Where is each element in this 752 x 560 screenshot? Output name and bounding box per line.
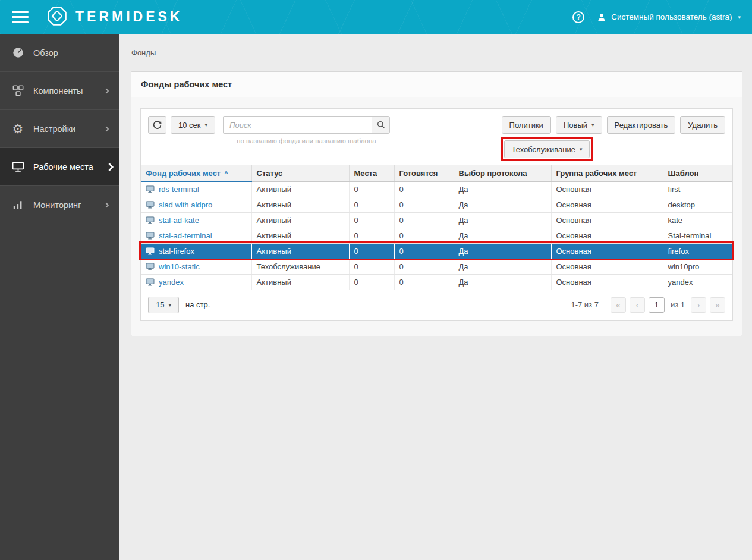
dashboard-icon <box>11 46 25 60</box>
pool-monitor-icon <box>146 247 155 255</box>
sidebar-item-label: Обзор <box>33 48 58 58</box>
table-container: 10 сек ▾ <box>140 108 733 321</box>
pool-monitor-icon <box>146 263 155 270</box>
column-header-template[interactable]: Шаблон <box>663 165 732 181</box>
toolbar-right: Политики Новый ▾ Редактировать <box>502 116 725 158</box>
sidebar: Обзор Компоненты ⚙ Настройки <box>0 34 119 560</box>
pool-name-link[interactable]: stal-ad-kate <box>159 216 199 225</box>
table-row[interactable]: stal-ad-terminal Активный 0 0 Да Основна… <box>141 228 732 243</box>
prev-page-button[interactable]: ‹ <box>630 297 645 313</box>
sidebar-item-label: Настройки <box>33 124 75 134</box>
pool-name-link[interactable]: stal-ad-terminal <box>159 231 212 240</box>
sidebar-item-components[interactable]: Компоненты <box>0 72 119 110</box>
brand-text: TERMIDESK <box>75 9 183 25</box>
column-header-preparing[interactable]: Готовятся <box>394 165 454 181</box>
help-icon[interactable]: ? <box>572 11 584 23</box>
pools-panel: Фонды рабочих мест <box>131 71 742 336</box>
sidebar-item-monitoring[interactable]: Мониторинг <box>0 186 119 224</box>
sidebar-item-label: Мониторинг <box>33 200 81 210</box>
chevron-down-icon: ▾ <box>205 122 208 128</box>
current-page-input[interactable]: 1 <box>649 297 665 313</box>
total-pages-label: из 1 <box>671 300 685 309</box>
first-page-button[interactable]: « <box>611 297 626 313</box>
table-row[interactable]: win10-static Техобслуживание 0 0 Да Осно… <box>141 259 732 274</box>
user-label: Системный пользователь (astra) <box>611 12 732 21</box>
search-input[interactable] <box>223 116 372 134</box>
column-header-group[interactable]: Группа рабочих мест <box>551 165 663 181</box>
pool-monitor-icon <box>146 232 155 240</box>
sidebar-item-workplaces[interactable]: Рабочие места <box>0 148 119 186</box>
main-content: Фонды Фонды рабочих мест <box>119 34 752 560</box>
pool-name-link[interactable]: win10-static <box>159 262 200 271</box>
pool-name-link[interactable]: stal-firefox <box>159 247 194 256</box>
menu-toggle-button[interactable] <box>11 10 29 24</box>
table-footer: 15 ▾ на стр. 1-7 из 7 « ‹ 1 из 1 › <box>141 290 732 320</box>
toolbar-left: 10 сек ▾ <box>148 116 390 144</box>
chevron-right-icon <box>103 87 111 95</box>
range-label: 1-7 из 7 <box>571 300 598 309</box>
sidebar-item-label: Компоненты <box>33 86 83 96</box>
chevron-right-icon <box>103 202 111 209</box>
workplaces-icon <box>11 160 25 174</box>
table-header-row: Фонд рабочих мест^ Статус Места Готовятс… <box>141 165 732 181</box>
chevron-down-icon: ▾ <box>168 302 171 308</box>
breadcrumb[interactable]: Фонды <box>131 48 742 57</box>
termidesk-logo-icon <box>46 5 68 29</box>
chevron-down-icon: ▾ <box>591 122 594 128</box>
page-size-select[interactable]: 15 ▾ <box>148 297 179 313</box>
per-page-label: на стр. <box>185 300 210 309</box>
search-button[interactable] <box>372 116 390 134</box>
pool-name-link[interactable]: rds terminal <box>159 185 199 194</box>
column-header-protocol[interactable]: Выбор протокола <box>454 165 551 181</box>
chevron-down-icon: ▾ <box>738 14 741 20</box>
pools-table: Фонд рабочих мест^ Статус Места Готовятс… <box>141 165 732 290</box>
new-button[interactable]: Новый ▾ <box>556 116 602 134</box>
sidebar-item-settings[interactable]: ⚙ Настройки <box>0 110 119 148</box>
pool-monitor-icon <box>146 201 155 209</box>
app-root: TERMIDESK ? Системный пользователь (astr… <box>0 0 752 560</box>
pool-monitor-icon <box>146 185 155 193</box>
policies-button[interactable]: Политики <box>502 116 551 134</box>
pool-monitor-icon <box>146 278 155 286</box>
settings-icon: ⚙ <box>11 122 25 136</box>
search-group: по названию фонда или названию шаблона <box>223 116 390 144</box>
chevron-right-icon <box>103 125 111 133</box>
table-row[interactable]: yandex Активный 0 0 Да Основная yandex <box>141 274 732 290</box>
column-header-status[interactable]: Статус <box>251 165 349 181</box>
next-page-button[interactable]: › <box>691 297 706 313</box>
column-header-name[interactable]: Фонд рабочих мест^ <box>141 165 251 181</box>
search-hint: по названию фонда или названию шаблона <box>223 137 390 144</box>
components-icon <box>11 84 25 98</box>
panel-title: Фонды рабочих мест <box>131 72 742 97</box>
pool-name-link[interactable]: slad with aldpro <box>159 200 212 209</box>
refresh-button[interactable] <box>148 116 166 134</box>
maintenance-button[interactable]: Техобслуживание ▾ <box>504 140 590 158</box>
brand-logo[interactable]: TERMIDESK <box>46 5 183 29</box>
toolbar: 10 сек ▾ <box>141 116 732 158</box>
column-header-places[interactable]: Места <box>349 165 394 181</box>
user-icon <box>596 12 607 23</box>
annotation-box-maintenance: Техобслуживание ▾ <box>504 140 590 158</box>
table-row[interactable]: stal-ad-kate Активный 0 0 Да Основная ka… <box>141 212 732 228</box>
sidebar-item-overview[interactable]: Обзор <box>0 34 119 72</box>
sort-asc-icon: ^ <box>224 170 228 177</box>
pool-name-link[interactable]: yandex <box>159 278 184 287</box>
table-row[interactable]: slad with aldpro Активный 0 0 Да Основна… <box>141 197 732 212</box>
table-row-selected[interactable]: stal-firefox Активный 0 0 Да Основная fi… <box>141 243 732 259</box>
search-icon <box>376 120 386 130</box>
pool-monitor-icon <box>146 216 155 224</box>
chevron-down-icon: ▾ <box>580 146 583 152</box>
delete-button[interactable]: Удалить <box>680 116 725 134</box>
top-bar: TERMIDESK ? Системный пользователь (astr… <box>0 0 752 34</box>
table-row[interactable]: rds terminal Активный 0 0 Да Основная fi… <box>141 181 732 197</box>
edit-button[interactable]: Редактировать <box>607 116 676 134</box>
last-page-button[interactable]: » <box>710 297 725 313</box>
monitoring-icon <box>11 198 25 212</box>
user-menu[interactable]: Системный пользователь (astra) ▾ <box>596 12 741 23</box>
pagination: 1-7 из 7 « ‹ 1 из 1 › » <box>571 297 725 313</box>
chevron-right-icon <box>106 162 115 172</box>
topbar-right: ? Системный пользователь (astra) ▾ <box>572 11 741 23</box>
refresh-interval-select[interactable]: 10 сек ▾ <box>171 116 215 134</box>
sidebar-item-label: Рабочие места <box>33 162 93 172</box>
refresh-interval-value: 10 сек <box>178 121 201 130</box>
